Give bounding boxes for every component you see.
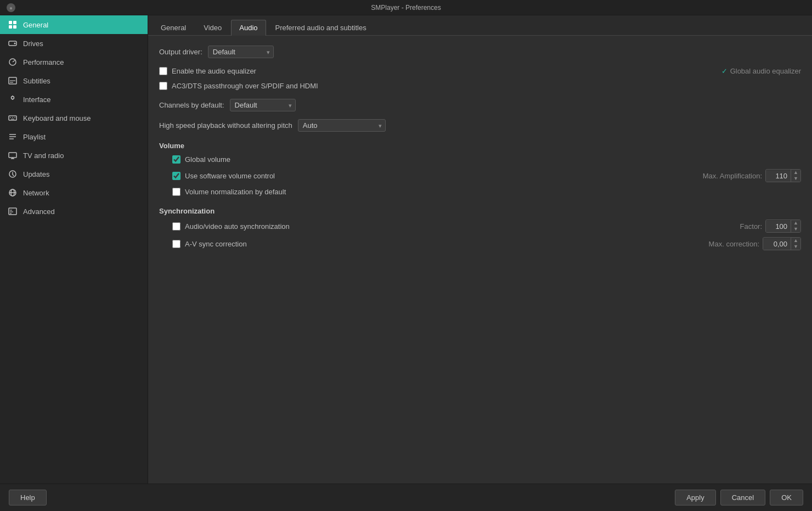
av-factor-spinbox: ▲ ▼ [765,220,801,233]
max-amplification-label: Max. Amplification: [703,172,762,180]
av-max-correction-spinbox: ▲ ▼ [763,237,801,250]
general-icon [8,20,18,30]
av-max-correction-increment-btn[interactable]: ▲ [791,238,800,244]
sidebar-item-keyboard-mouse[interactable]: Keyboard and mouse [0,109,148,127]
tab-preferred[interactable]: Preferred audio and subtitles [267,20,375,35]
global-volume-label[interactable]: Global volume [185,155,230,164]
av-factor-input[interactable] [766,221,791,232]
channels-select[interactable]: Default 2 4 6 8 [230,99,296,111]
sidebar-item-advanced-label: Advanced [23,207,55,216]
sidebar-item-keyboard-mouse-label: Keyboard and mouse [23,114,91,122]
av-factor-label: Factor: [740,222,762,231]
tab-audio[interactable]: Audio [231,20,266,36]
av-auto-sync-row: Audio/video auto synchronization Factor:… [159,220,801,233]
sidebar-item-network[interactable]: Network [0,183,148,202]
sidebar-item-updates-label: Updates [23,170,49,178]
svg-point-5 [14,43,16,44]
sidebar-item-interface[interactable]: Interface [0,90,148,109]
sidebar-item-general-label: General [23,21,48,29]
av-factor-increment-btn[interactable]: ▲ [791,220,800,226]
interface-icon [8,94,18,104]
enable-equalizer-row: Enable the audio equalizer [159,66,256,76]
main-container: General Drives Performance [0,15,812,484]
channels-select-wrapper: Default 2 4 6 8 [230,99,296,111]
av-sync-correction-checkbox[interactable] [172,240,181,248]
av-auto-sync-checkbox[interactable] [172,222,181,231]
max-amplification-increment-btn[interactable]: ▲ [791,170,800,176]
sidebar-item-updates[interactable]: Updates [0,165,148,183]
av-factor-decrement-btn[interactable]: ▼ [791,226,800,232]
max-amplification-decrement-btn[interactable]: ▼ [791,176,800,182]
ok-button[interactable]: OK [770,490,803,506]
global-audio-eq-check-icon: ✓ [721,67,728,75]
tab-general[interactable]: General [153,20,194,35]
sidebar-item-tv-radio[interactable]: TV and radio [0,146,148,165]
sidebar-item-subtitles[interactable]: Subtitles [0,71,148,90]
sidebar-item-advanced[interactable]: Advanced [0,202,148,221]
close-button[interactable]: ● [7,3,15,12]
global-volume-checkbox[interactable] [172,155,181,164]
sidebar-item-tv-radio-label: TV and radio [23,151,64,160]
sidebar-item-interface-label: Interface [23,96,51,104]
av-factor-wrapper: Factor: ▲ ▼ [740,220,801,233]
subtitles-icon [8,76,18,86]
max-amplification-wrapper: Max. Amplification: ▲ ▼ [703,169,801,182]
high-speed-row: High speed playback without altering pit… [159,119,801,132]
svg-rect-0 [9,21,12,24]
cancel-button[interactable]: Cancel [720,490,765,506]
software-volume-row: Use software volume control Max. Amplifi… [159,169,801,182]
max-amplification-input[interactable] [766,170,791,182]
ac3-passthrough-label[interactable]: AC3/DTS passthrough over S/PDIF and HDMI [172,82,318,90]
av-auto-sync-label[interactable]: Audio/video auto synchronization [185,222,290,231]
sidebar-item-playlist[interactable]: Playlist [0,127,148,146]
enable-equalizer-checkbox[interactable] [159,67,167,75]
window-title: SMPlayer - Preferences [371,4,441,12]
global-audio-eq-wrapper: ✓ Global audio equalizer [721,67,801,75]
playlist-icon [8,132,18,142]
enable-equalizer-label[interactable]: Enable the audio equalizer [172,67,256,75]
synchronization-section-title: Synchronization [159,207,801,215]
software-volume-checkbox-row: Use software volume control [172,171,275,181]
network-icon [8,188,18,198]
global-volume-row: Global volume [159,154,801,165]
av-max-correction-wrapper: Max. correction: ▲ ▼ [709,237,801,250]
sidebar-item-drives-label: Drives [23,40,43,48]
av-max-correction-decrement-btn[interactable]: ▼ [791,244,800,250]
tv-icon [8,150,18,160]
svg-rect-14 [9,116,16,120]
av-max-correction-input[interactable] [763,238,791,250]
av-max-correction-label: Max. correction: [709,240,759,248]
sidebar-item-network-label: Network [23,189,49,197]
volume-normalization-label[interactable]: Volume normalization by default [185,188,286,196]
sidebar-item-general[interactable]: General [0,15,148,34]
advanced-icon [8,206,18,216]
svg-rect-3 [13,25,16,29]
ac3-passthrough-checkbox[interactable] [159,82,167,90]
apply-button[interactable]: Apply [675,490,716,506]
volume-section-title: Volume [159,142,801,150]
high-speed-select-wrapper: Auto Yes No [298,119,386,132]
av-factor-spinbox-btns: ▲ ▼ [791,220,800,232]
channels-row: Channels by default: Default 2 4 6 8 [159,99,801,111]
equalizer-row: Enable the audio equalizer ✓ Global audi… [159,66,801,76]
titlebar: ● SMPlayer - Preferences [0,0,812,15]
software-volume-label[interactable]: Use software volume control [185,172,275,180]
sidebar-item-playlist-label: Playlist [23,133,46,141]
volume-normalization-checkbox[interactable] [172,188,181,196]
bottom-right-buttons: Apply Cancel OK [675,490,803,506]
av-sync-correction-row: A-V sync correction Max. correction: ▲ ▼ [159,237,801,250]
software-volume-checkbox[interactable] [172,172,181,180]
channels-label: Channels by default: [159,101,224,109]
tab-video[interactable]: Video [195,20,230,35]
high-speed-select[interactable]: Auto Yes No [298,119,386,132]
output-driver-select[interactable]: Default pulse alsa oss [208,46,274,58]
help-button[interactable]: Help [9,490,47,506]
av-sync-correction-label[interactable]: A-V sync correction [185,240,247,248]
output-driver-label: Output driver: [159,48,202,56]
sidebar-item-drives[interactable]: Drives [0,34,148,53]
sidebar-item-performance[interactable]: Performance [0,53,148,71]
keyboard-icon [8,113,18,123]
svg-rect-2 [9,25,12,29]
volume-normalization-row: Volume normalization by default [159,187,801,197]
sidebar-item-subtitles-label: Subtitles [23,77,50,85]
